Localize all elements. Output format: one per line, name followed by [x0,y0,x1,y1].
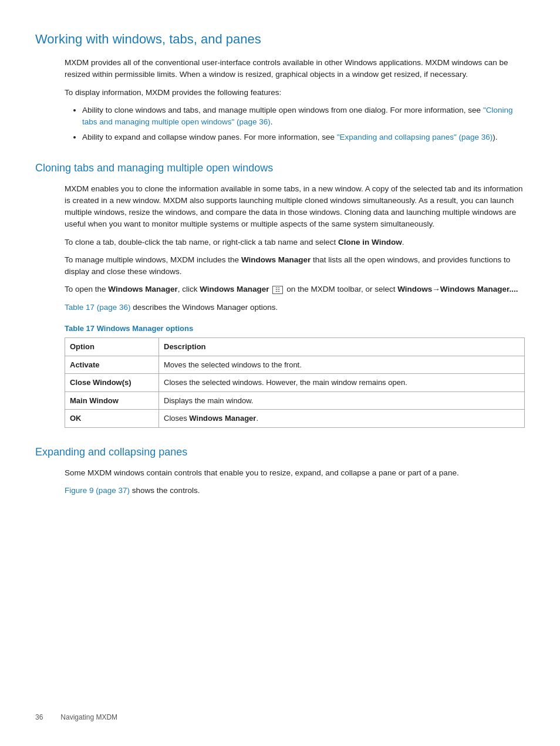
section1-bullet1: Ability to clone windows and tabs, and m… [82,104,525,129]
windows-manager-table: Option Description Activate Moves the se… [65,337,525,428]
table-cell-option: OK [65,410,159,428]
table-cell-option: Main Window [65,391,159,410]
section1-para1: MXDM provides all of the conventional us… [65,57,525,81]
section3-para2: Figure 9 (page 37) shows the controls. [65,485,525,497]
table-cell-option: Close Window(s) [65,374,159,392]
section1-bullet2-link[interactable]: "Expanding and collapsing panes" (page 3… [337,133,493,141]
section1-content: MXDM provides all of the conventional us… [35,57,525,144]
section3-para1: Some MXDM windows contain controls that … [65,467,525,479]
table-row: OK Closes Windows Manager. [65,410,525,428]
table-row: Close Window(s) Closes the selected wind… [65,374,525,392]
section2-para4: To open the Windows Manager, click Windo… [65,283,525,295]
section1-bullet2: Ability to expand and collapse window pa… [82,131,525,143]
section1-title: Working with windows, tabs, and panes [35,29,525,49]
section2-para2: To clone a tab, double-click the tab nam… [65,237,525,248]
table-cell-description: Closes the selected windows. However, th… [159,374,525,392]
windows-manager-icon: ☷ [272,286,283,294]
footer: 36 Navigating MXDM [35,712,525,723]
section2-para1: MXDM enables you to clone the informatio… [65,183,525,231]
section2-table-ref: Table 17 (page 36) describes the Windows… [65,302,525,313]
figure9-link[interactable]: Figure 9 (page 37) [65,486,130,495]
table-cell-description: Displays the main window. [159,391,525,410]
table-cell-description-ok: Closes Windows Manager. [159,410,525,428]
section3-title: Expanding and collapsing panes [35,444,525,460]
table-ref-link[interactable]: Table 17 (page 36) [65,303,131,312]
section3-content: Some MXDM windows contain controls that … [35,467,525,497]
table-cell-option: Activate [65,356,159,374]
table-header-option: Option [65,338,159,356]
table-cell-description: Moves the selected windows to the front. [159,356,525,374]
table-row: Activate Moves the selected windows to t… [65,356,525,374]
table-caption: Table 17 Windows Manager options [65,323,525,335]
section2-para3: To manage multiple windows, MXDM include… [65,254,525,278]
section2-title: Cloning tabs and managing multiple open … [35,160,525,176]
table-header-row: Option Description [65,338,525,356]
section2-content: MXDM enables you to clone the informatio… [35,183,525,428]
footer-section: Navigating MXDM [60,712,117,723]
section1-bullets: Ability to clone windows and tabs, and m… [65,104,525,144]
footer-page-number: 36 [35,712,43,723]
table-header-description: Description [159,338,525,356]
section1-para2: To display information, MXDM provides th… [65,87,525,99]
table-row: Main Window Displays the main window. [65,391,525,410]
